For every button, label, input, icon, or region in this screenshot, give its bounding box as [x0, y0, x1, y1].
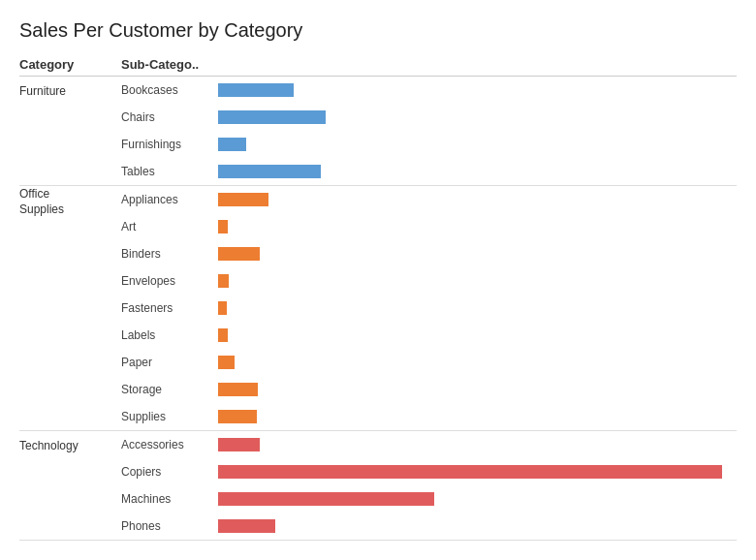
table-row: Art — [19, 213, 737, 240]
subcategory-label: Furnishings — [121, 138, 218, 151]
table-row: Binders — [19, 240, 737, 267]
subcategory-label: Bookcases — [121, 83, 218, 97]
bar — [218, 492, 434, 506]
bar-area — [218, 213, 737, 240]
table-row: Copiers — [19, 458, 737, 485]
bar-area — [218, 513, 737, 540]
category-label: OfficeSupplies — [19, 181, 121, 217]
bar — [218, 383, 258, 396]
header-subcategory: Sub-Catego.. — [121, 57, 218, 72]
table-row: Chairs — [19, 104, 737, 131]
category-group: TechnologyAccessoriesCopiersMachinesPhon… — [19, 431, 737, 541]
subcategory-label: Paper — [121, 356, 218, 369]
bar — [218, 519, 275, 533]
table-row: Fasteners — [19, 295, 737, 322]
bar — [218, 193, 268, 206]
bar-area — [218, 349, 737, 376]
bar-area — [218, 77, 737, 104]
table-row: Labels — [19, 322, 737, 349]
table-row: Phones — [19, 513, 737, 540]
bar-area — [218, 458, 737, 485]
header-bar — [218, 57, 737, 72]
subcategory-label: Phones — [121, 519, 218, 533]
bar — [218, 138, 246, 151]
category-label: Technology — [19, 437, 121, 452]
bar-area — [218, 403, 737, 430]
category-label: Furniture — [19, 82, 121, 98]
subcategory-label: Appliances — [121, 193, 218, 206]
table-row: Tables — [19, 158, 737, 185]
bar — [218, 356, 235, 369]
table-row: Supplies — [19, 403, 737, 430]
table-row: Envelopes — [19, 267, 737, 295]
bar-area — [218, 322, 737, 349]
subcategory-label: Storage — [121, 383, 218, 396]
bar-area — [218, 131, 737, 158]
chart-header: Category Sub-Catego.. — [19, 57, 737, 77]
subcategory-label: Machines — [121, 492, 218, 506]
subcategory-label: Art — [121, 220, 218, 233]
chart-title: Sales Per Customer by Category — [19, 19, 737, 42]
subcategory-label: Fasteners — [121, 301, 218, 315]
chart-body: FurnitureBookcasesChairsFurnishingsTable… — [19, 77, 737, 541]
bar-area — [218, 104, 737, 131]
subcategory-label: Copiers — [121, 465, 218, 479]
bar-area — [218, 240, 737, 267]
subcategory-label: Accessories — [121, 438, 218, 451]
chart-container: Category Sub-Catego.. FurnitureBookcases… — [19, 57, 737, 541]
bar — [218, 83, 294, 97]
bar — [218, 274, 229, 288]
subcategory-label: Tables — [121, 165, 218, 178]
bar — [218, 247, 260, 261]
table-row: TechnologyAccessories — [19, 431, 737, 458]
bar-area — [218, 431, 737, 458]
category-group: FurnitureBookcasesChairsFurnishingsTable… — [19, 77, 737, 186]
subcategory-label: Labels — [121, 328, 218, 342]
bar — [218, 465, 722, 479]
table-row: Furnishings — [19, 131, 737, 158]
bar-area — [218, 376, 737, 403]
bar — [218, 328, 228, 342]
bar — [218, 165, 321, 178]
table-row: Paper — [19, 349, 737, 376]
subcategory-label: Envelopes — [121, 274, 218, 288]
table-row: Storage — [19, 376, 737, 403]
bar-area — [218, 267, 737, 295]
table-row: FurnitureBookcases — [19, 77, 737, 104]
bar-area — [218, 158, 737, 185]
bar — [218, 301, 227, 315]
subcategory-label: Chairs — [121, 110, 218, 124]
header-category: Category — [19, 57, 121, 72]
table-row: Machines — [19, 485, 737, 513]
bar — [218, 220, 228, 233]
table-row: OfficeSuppliesAppliances — [19, 186, 737, 213]
bar-area — [218, 485, 737, 513]
subcategory-label: Binders — [121, 247, 218, 261]
bar — [218, 438, 260, 451]
category-group: OfficeSuppliesAppliancesArtBindersEnvelo… — [19, 186, 737, 431]
subcategory-label: Supplies — [121, 410, 218, 423]
bar — [218, 110, 326, 124]
bar — [218, 410, 257, 423]
bar-area — [218, 186, 737, 213]
bar-area — [218, 295, 737, 322]
